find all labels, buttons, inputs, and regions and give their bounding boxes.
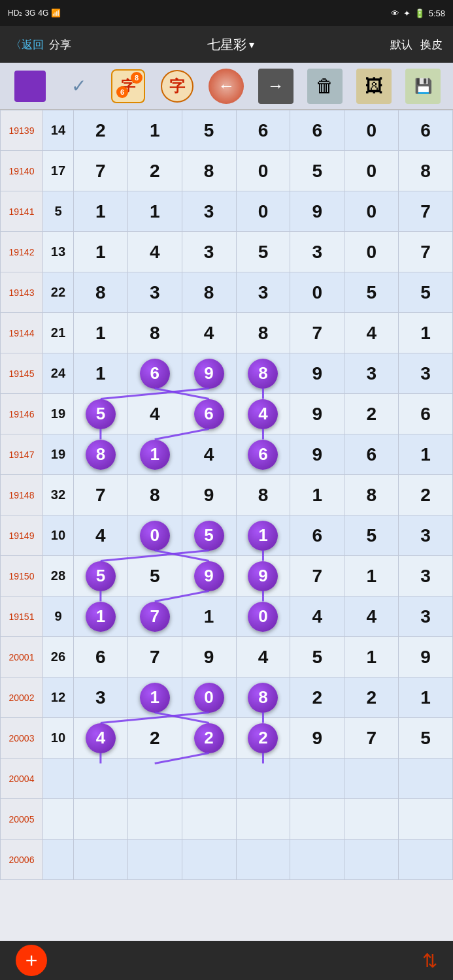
row-cell[interactable]: 9 (182, 353, 236, 394)
row-cell[interactable]: 0 (236, 151, 290, 191)
share-button[interactable]: 分享 (49, 37, 71, 52)
row-cell[interactable] (290, 759, 344, 799)
row-cell[interactable]: 6 (236, 434, 290, 475)
row-cell[interactable] (399, 799, 453, 840)
row-cell[interactable]: 2 (127, 151, 182, 191)
row-id[interactable]: 20003 (1, 718, 43, 759)
row-cell[interactable]: 2 (182, 718, 236, 759)
row-id[interactable]: 19144 (1, 313, 43, 353)
row-cell[interactable]: 9 (290, 353, 344, 394)
toolbar-char-badge[interactable]: 字 8 6 (107, 67, 149, 105)
row-cell[interactable]: 6 (290, 515, 344, 556)
row-cell[interactable]: 8 (236, 353, 290, 394)
row-cell[interactable] (236, 840, 290, 880)
row-cell[interactable]: 5 (290, 637, 344, 678)
row-id[interactable]: 20001 (1, 637, 43, 678)
row-id[interactable]: 19146 (1, 394, 43, 434)
row-cell[interactable] (73, 799, 127, 840)
row-cell[interactable]: 6 (182, 394, 236, 434)
toolbar-save[interactable]: 💾 (402, 67, 444, 105)
row-cell[interactable]: 9 (182, 475, 236, 515)
row-cell[interactable]: 9 (182, 556, 236, 596)
row-cell[interactable]: 1 (73, 353, 127, 394)
row-cell[interactable]: 3 (182, 191, 236, 232)
row-cell[interactable]: 0 (344, 151, 399, 191)
row-cell[interactable]: 4 (73, 515, 127, 556)
row-cell[interactable]: 5 (399, 272, 453, 313)
row-cell[interactable]: 0 (290, 272, 344, 313)
row-cell[interactable]: 5 (236, 232, 290, 272)
row-cell[interactable] (290, 840, 344, 880)
row-cell[interactable]: 6 (344, 434, 399, 475)
row-id[interactable]: 19140 (1, 151, 43, 191)
row-cell[interactable] (182, 759, 236, 799)
row-cell[interactable]: 6 (236, 110, 290, 151)
toolbar-trash[interactable]: 🗑 (304, 67, 346, 105)
row-cell[interactable]: 7 (290, 313, 344, 353)
row-cell[interactable]: 1 (290, 475, 344, 515)
row-cell[interactable]: 5 (127, 556, 182, 596)
row-cell[interactable]: 7 (344, 718, 399, 759)
row-cell[interactable]: 8 (127, 475, 182, 515)
row-cell[interactable] (182, 840, 236, 880)
row-id[interactable]: 20004 (1, 759, 43, 799)
row-cell[interactable]: 3 (399, 353, 453, 394)
row-cell[interactable]: 1 (182, 596, 236, 637)
row-cell[interactable] (73, 759, 127, 799)
toolbar-checkmark[interactable]: ✓ (58, 67, 100, 105)
add-button[interactable]: + (16, 945, 47, 976)
row-cell[interactable]: 7 (127, 637, 182, 678)
row-cell[interactable]: 6 (399, 110, 453, 151)
row-cell[interactable]: 2 (344, 678, 399, 718)
row-id[interactable]: 20005 (1, 799, 43, 840)
row-cell[interactable]: 1 (399, 313, 453, 353)
row-cell[interactable]: 0 (344, 191, 399, 232)
row-cell[interactable]: 0 (236, 596, 290, 637)
row-cell[interactable]: 8 (182, 272, 236, 313)
row-cell[interactable]: 9 (399, 637, 453, 678)
row-cell[interactable]: 4 (182, 434, 236, 475)
row-cell[interactable]: 2 (344, 394, 399, 434)
row-cell[interactable]: 5 (73, 556, 127, 596)
row-cell[interactable]: 4 (236, 637, 290, 678)
row-cell[interactable] (344, 799, 399, 840)
row-cell[interactable]: 8 (127, 313, 182, 353)
row-cell[interactable]: 3 (399, 515, 453, 556)
row-cell[interactable]: 1 (73, 313, 127, 353)
row-cell[interactable]: 7 (73, 151, 127, 191)
row-cell[interactable]: 7 (73, 475, 127, 515)
row-id[interactable]: 19141 (1, 191, 43, 232)
row-id[interactable]: 19150 (1, 556, 43, 596)
toolbar-char-circle[interactable]: 字 (156, 67, 198, 105)
row-id[interactable]: 19148 (1, 475, 43, 515)
row-cell[interactable]: 3 (290, 232, 344, 272)
row-cell[interactable] (182, 799, 236, 840)
row-cell[interactable] (127, 759, 182, 799)
row-id[interactable]: 19149 (1, 515, 43, 556)
row-cell[interactable]: 1 (127, 434, 182, 475)
row-cell[interactable]: 1 (399, 434, 453, 475)
row-cell[interactable]: 8 (236, 475, 290, 515)
row-cell[interactable] (344, 840, 399, 880)
row-cell[interactable]: 0 (127, 515, 182, 556)
row-cell[interactable]: 9 (290, 191, 344, 232)
row-cell[interactable]: 1 (236, 515, 290, 556)
row-cell[interactable]: 3 (236, 272, 290, 313)
row-cell[interactable]: 4 (182, 313, 236, 353)
row-cell[interactable]: 5 (182, 515, 236, 556)
row-cell[interactable]: 1 (73, 191, 127, 232)
purple-square-icon[interactable] (14, 71, 46, 102)
row-cell[interactable]: 8 (73, 272, 127, 313)
row-cell[interactable]: 5 (344, 272, 399, 313)
row-cell[interactable]: 4 (73, 718, 127, 759)
row-cell[interactable]: 3 (399, 596, 453, 637)
row-cell[interactable]: 4 (290, 596, 344, 637)
row-cell[interactable]: 8 (236, 678, 290, 718)
row-cell[interactable]: 8 (73, 434, 127, 475)
row-cell[interactable]: 7 (127, 596, 182, 637)
row-id[interactable]: 19151 (1, 596, 43, 637)
row-cell[interactable]: 2 (290, 678, 344, 718)
row-cell[interactable]: 4 (127, 394, 182, 434)
row-cell[interactable] (344, 759, 399, 799)
row-cell[interactable]: 2 (127, 718, 182, 759)
